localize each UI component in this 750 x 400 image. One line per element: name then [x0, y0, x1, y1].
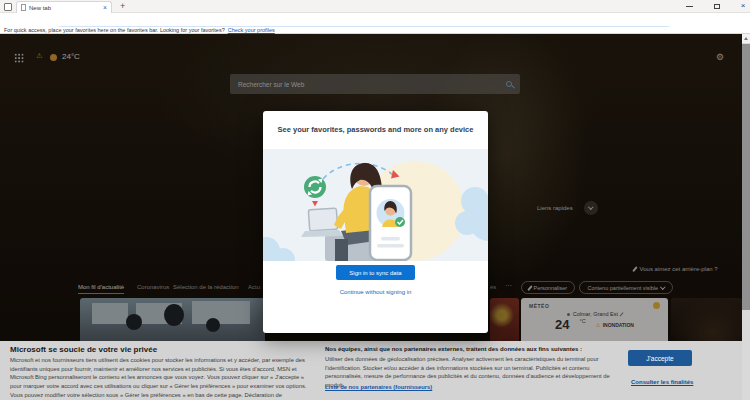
tab-close-icon[interactable]: ×: [103, 4, 107, 11]
new-tab-button[interactable]: +: [120, 1, 125, 12]
sync-illustration: [263, 149, 488, 261]
consent-purposes-heading: Nos équipes, ainsi que nos partenaires e…: [325, 346, 582, 352]
cookie-consent-banner: Microsoft se soucie de votre vie privée …: [0, 341, 742, 400]
tab-actions-icon[interactable]: [4, 3, 12, 11]
page-icon: [21, 4, 26, 11]
partners-list-link[interactable]: Liste de nos partenaires (fournisseurs): [325, 384, 432, 390]
sign-in-to-sync-button[interactable]: Sign in to sync data: [336, 265, 415, 280]
page-scrollbar[interactable]: [742, 34, 750, 400]
consent-privacy-heading: Microsoft se soucie de votre vie privée: [10, 345, 157, 354]
window-close-button[interactable]: ×: [734, 0, 750, 12]
continue-without-signing-in-link[interactable]: Continue without signing in: [263, 289, 488, 295]
accept-cookies-button[interactable]: J'accepte: [628, 350, 692, 366]
favorites-bar: For quick access, place your favorites h…: [0, 27, 750, 34]
sync-dialog-title: See your favorites, passwords and more o…: [275, 125, 476, 134]
window-maximize-button[interactable]: [708, 0, 726, 12]
favorites-bar-message: For quick access, place your favorites h…: [4, 27, 225, 33]
check-profiles-link[interactable]: Check your profiles: [228, 27, 275, 33]
browser-toolbar: ← → ↻ ☆ ☆ ⋯: [0, 13, 750, 27]
tab-title: New tab: [29, 5, 100, 11]
browser-tab[interactable]: New tab ×: [16, 1, 112, 13]
view-purposes-link[interactable]: Consulter les finalités: [631, 379, 693, 385]
consent-privacy-body: Microsoft et nos fournisseurs tiers util…: [10, 356, 313, 400]
window-minimize-button[interactable]: [680, 0, 698, 12]
scroll-up-arrow[interactable]: [742, 34, 750, 43]
sync-dialog: See your favorites, passwords and more o…: [263, 111, 488, 333]
tab-strip: New tab × + ×: [0, 0, 750, 13]
scrollbar-thumb[interactable]: [742, 44, 750, 310]
